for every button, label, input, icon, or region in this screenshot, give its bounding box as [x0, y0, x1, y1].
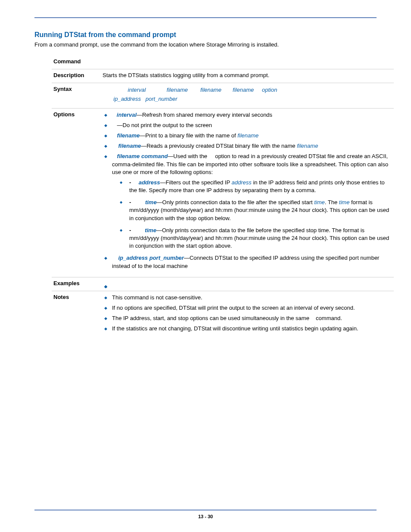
note-text: The IP address, start, and stop options …: [112, 315, 311, 321]
label-command: Command: [52, 56, 98, 69]
opt-text: —Do not print the output to the screen: [117, 122, 212, 128]
intro-after: command from the location where Storage …: [120, 41, 279, 48]
sub-text: —Only prints connection data to the file…: [129, 227, 389, 249]
page-footer: 13 - 30: [34, 510, 377, 519]
syntax-ip: ip_address: [113, 96, 141, 102]
row-command: Command: [52, 56, 394, 69]
note-text: command.: [314, 315, 342, 321]
syntax-port: port_number: [146, 96, 177, 102]
syntax-option: option: [262, 87, 277, 93]
value-examples: [98, 277, 394, 291]
label-syntax: Syntax: [52, 83, 98, 109]
opt-param: filename command: [117, 153, 168, 159]
opt-text: —Used with the: [168, 153, 209, 159]
top-rule: [34, 17, 377, 18]
option-item: -f filename—Print to a binary file with …: [103, 132, 392, 140]
sub-text: . The: [325, 199, 339, 205]
opt-text: —Print to a binary file with the name of: [140, 132, 237, 139]
sub-option-item: - start time—Only prints connection data…: [120, 199, 392, 222]
sub-pre: -: [129, 179, 133, 186]
opt-param: filename: [297, 143, 318, 149]
opt-text: —Reads a previously created DTStat binar…: [141, 143, 297, 149]
sub-option-item: - ip address—Filters out the specified I…: [120, 179, 392, 194]
note-item: If the statistics are not changing, DTSt…: [103, 325, 392, 333]
opt-param: filename: [237, 132, 258, 139]
note-item: If no options are specified, DTStat will…: [103, 304, 392, 312]
row-options: Options -i interval—Refresh from shared …: [52, 108, 394, 277]
sub-option-item: - stop time—Only prints connection data …: [120, 227, 392, 250]
intro-text: From a command prompt, use the command f…: [34, 41, 377, 48]
sub-param: time: [314, 199, 325, 205]
option-item: -t filename command—Used with the -s opt…: [103, 152, 392, 250]
row-description: Description Starts the DTStats statistic…: [52, 69, 394, 83]
sub-param: address: [232, 179, 252, 186]
sub-param: time: [339, 199, 350, 205]
label-examples: Examples: [52, 277, 98, 291]
opt-param: filename: [118, 143, 141, 149]
syntax-filename2: filename: [200, 87, 221, 93]
intro-before: From a command prompt, use the: [34, 41, 120, 48]
section-title: Running DTStat from the command prompt: [34, 31, 377, 39]
sub-param: time: [145, 199, 157, 205]
label-options: Options: [52, 108, 98, 277]
note-item: The IP address, start, and stop options …: [103, 314, 392, 322]
opt-param: interval: [117, 112, 137, 118]
syntax-filename1: filename: [167, 87, 188, 93]
note-item: This command is not case-sensitive.: [103, 294, 392, 302]
option-item: -s filename—Reads a previously created D…: [103, 142, 392, 150]
sub-text: —Only prints connection data to the file…: [157, 199, 314, 205]
value-options: -i interval—Refresh from shared memory e…: [98, 108, 394, 277]
option-item: -p—Do not print the output to the screen: [103, 121, 392, 129]
row-notes: Notes This command is not case-sensitive…: [52, 291, 394, 339]
value-notes: This command is not case-sensitive. If n…: [98, 291, 394, 339]
sub-text: —Filters out the specified IP: [160, 179, 232, 186]
label-notes: Notes: [52, 291, 98, 339]
value-syntax: DTStat [-i interval ] [-p] [-f filename …: [98, 83, 394, 109]
opt-param: ip_address port_number: [118, 255, 184, 261]
syntax-filename3: filename: [233, 87, 254, 93]
syntax-interval: interval: [128, 87, 146, 93]
opt-text: —Refresh from shared memory every interv…: [137, 112, 272, 118]
page: Running DTStat from the command prompt F…: [0, 0, 411, 532]
row-examples: Examples: [52, 277, 394, 291]
sub-pre: -: [129, 199, 133, 205]
opt-param: filename: [117, 132, 140, 139]
sub-param: time: [145, 227, 156, 233]
label-description: Description: [52, 69, 98, 83]
value-command: [98, 56, 394, 69]
value-description: Starts the DTStats statistics logging ut…: [98, 69, 394, 83]
option-item: -c ip_address port_number—Connects DTSta…: [103, 254, 392, 270]
sub-pre: -: [129, 227, 133, 233]
row-syntax: Syntax DTStat [-i interval ] [-p] [-f fi…: [52, 83, 394, 109]
option-item: -i interval—Refresh from shared memory e…: [103, 111, 392, 119]
definition-table: Command Description Starts the DTStats s…: [52, 56, 394, 340]
sub-param: address: [139, 179, 160, 186]
